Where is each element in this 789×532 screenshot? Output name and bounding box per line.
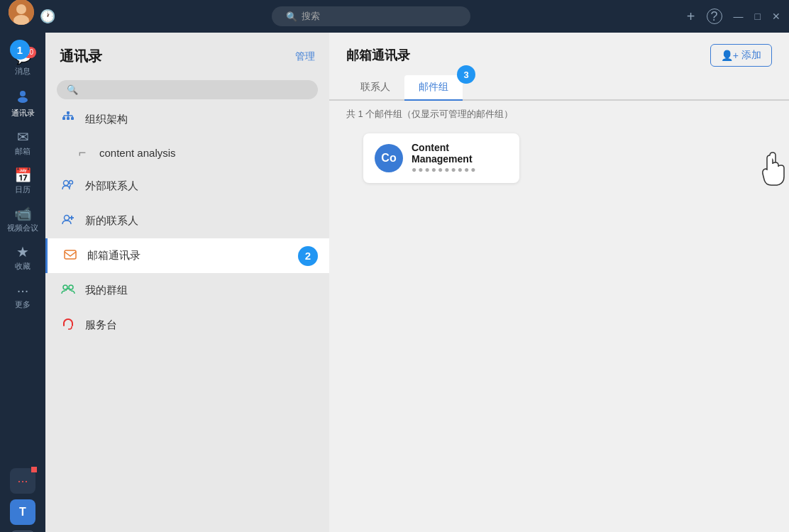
search-placeholder: 搜索: [302, 10, 320, 23]
step1-badge: 1: [10, 40, 30, 60]
user-t-avatar[interactable]: T: [10, 499, 35, 525]
user-avatar[interactable]: [9, 0, 34, 25]
group-info: Content Management ●●●●●●●●●●: [412, 142, 508, 174]
more-label: 更多: [15, 299, 31, 310]
search-icon: 🔍: [286, 11, 297, 22]
contacts-search-bar[interactable]: 🔍: [57, 80, 318, 99]
add-button[interactable]: +: [687, 9, 695, 25]
search-icon: 🔍: [67, 84, 78, 95]
step2-badge: 2: [298, 246, 318, 266]
sidebar-item-video[interactable]: 📹 视频会议: [0, 201, 45, 239]
main-content: 邮箱通讯录 👤+ 添加 联系人 邮件组 3 共 1 个邮件组（仅显示可管理的邮件…: [329, 33, 789, 532]
tab-mail-groups[interactable]: 邮件组 3: [404, 75, 463, 101]
new-contact-icon: [60, 212, 77, 230]
list-item-external[interactable]: 外部联系人: [45, 169, 329, 204]
app-body: 1 💬 消息 20 通讯录 ✉ 邮箱 📅: [0, 33, 789, 532]
list-item-content-analysis[interactable]: ⌐ content analysis: [45, 137, 329, 169]
org-icon: [60, 111, 77, 128]
svg-point-14: [70, 181, 73, 184]
help-button[interactable]: ?: [707, 9, 722, 24]
group-email: ●●●●●●●●●●: [412, 165, 504, 174]
external-icon: [60, 177, 77, 195]
external-label: 外部联系人: [85, 179, 138, 193]
list-item-new-contact[interactable]: 新的联系人: [45, 204, 329, 238]
wc-left: 🕐: [9, 0, 55, 33]
history-icon[interactable]: 🕐: [40, 9, 55, 24]
search-bar[interactable]: 🔍 搜索: [272, 6, 470, 26]
svg-rect-5: [67, 111, 70, 114]
minimize-button[interactable]: —: [734, 11, 744, 22]
sidebar-nav: 1 💬 消息 20 通讯录 ✉ 邮箱 📅: [0, 33, 45, 532]
svg-point-4: [18, 97, 28, 103]
svg-rect-21: [63, 323, 65, 326]
app-wrapper: 🕐 🔍 搜索 + ? — □ ✕ 1 💬 消息 20: [0, 0, 789, 532]
manage-button[interactable]: 管理: [295, 50, 315, 63]
video-icon: 📹: [14, 206, 32, 221]
search-area: 🔍 搜索: [70, 6, 673, 26]
sidebar-item-mail[interactable]: ✉ 邮箱: [0, 124, 45, 162]
mailbox-icon: [62, 247, 79, 265]
mailbox-label: 邮箱通讯录: [87, 249, 140, 262]
more-icon: ···: [17, 283, 29, 297]
contacts-list: 组织架构 ⌐ content analysis: [45, 102, 329, 532]
groups-icon: [60, 282, 77, 299]
sidebar-item-calendar[interactable]: 📅 日历: [0, 162, 45, 201]
dot-notification-dot: [31, 467, 37, 472]
calendar-label: 日历: [15, 184, 31, 195]
messages-label: 消息: [15, 66, 31, 77]
dot-badge-icon: ···: [17, 474, 28, 489]
svg-rect-8: [71, 117, 74, 120]
maximize-button[interactable]: □: [755, 11, 761, 22]
add-person-icon: 👤+: [721, 50, 739, 61]
subtitle-row: 共 1 个邮件组（仅显示可管理的邮件组）: [329, 101, 789, 128]
sidebar-bottom: ··· T: [10, 468, 35, 532]
contacts-panel: 通讯录 管理 🔍: [45, 33, 329, 532]
group-name: Content Management: [412, 142, 508, 165]
step3-badge: 3: [457, 65, 475, 84]
favorites-label: 收藏: [15, 261, 31, 272]
list-item-org[interactable]: 组织架构: [45, 102, 329, 137]
svg-point-15: [65, 216, 70, 221]
service-label: 服务台: [85, 318, 117, 332]
cursor-hand: [754, 147, 789, 203]
sidebar-item-favorites[interactable]: ★ 收藏: [0, 239, 45, 277]
list-item-service[interactable]: 服务台: [45, 308, 329, 343]
group-avatar: Co: [375, 144, 403, 172]
svg-point-1: [16, 4, 26, 14]
indent-icon: ⌐: [74, 145, 91, 160]
contacts-header: 通讯录 管理: [45, 33, 329, 74]
window-controls: + ? — □ ✕: [687, 9, 780, 25]
window-chrome: 🕐 🔍 搜索 + ? — □ ✕: [0, 0, 789, 33]
close-button[interactable]: ✕: [772, 11, 780, 22]
email-group-card[interactable]: Co Content Management ●●●●●●●●●●: [363, 133, 519, 183]
subtitle-text: 共 1 个邮件组（仅显示可管理的邮件组）: [346, 109, 513, 119]
svg-point-13: [64, 181, 69, 186]
mail-icon: ✉: [17, 130, 29, 144]
new-contact-label: 新的联系人: [85, 214, 138, 228]
list-item-mailbox[interactable]: 2 邮箱通讯录: [45, 238, 329, 273]
svg-rect-6: [62, 117, 65, 120]
video-label: 视频会议: [7, 223, 38, 233]
tab-contacts[interactable]: 联系人: [346, 75, 404, 101]
contacts-label: 通讯录: [11, 108, 35, 118]
my-groups-label: 我的群组: [85, 284, 128, 297]
list-item-my-groups[interactable]: 我的群组: [45, 273, 329, 308]
add-button[interactable]: 👤+ 添加: [710, 44, 772, 67]
svg-rect-7: [67, 117, 70, 120]
svg-rect-22: [72, 323, 73, 326]
sidebar-item-more[interactable]: ··· 更多: [0, 277, 45, 316]
calendar-icon: 📅: [14, 168, 32, 182]
contacts-search-area: 🔍: [45, 74, 329, 102]
tabs-row: 联系人 邮件组 3: [329, 75, 789, 101]
tab-mail-groups-label: 邮件组: [419, 81, 448, 92]
mail-label: 邮箱: [15, 146, 31, 157]
sidebar-item-contacts[interactable]: 通讯录: [0, 82, 45, 124]
email-group-wrapper: Co Content Management ●●●●●●●●●●: [346, 128, 789, 189]
svg-point-3: [20, 91, 26, 96]
contacts-icon: [15, 88, 31, 106]
mailbox-header: 邮箱通讯录 👤+ 添加: [329, 33, 789, 67]
org-label: 组织架构: [85, 113, 128, 126]
content-analysis-label: content analysis: [99, 147, 176, 159]
svg-rect-18: [65, 250, 76, 259]
favorites-icon: ★: [16, 245, 29, 259]
